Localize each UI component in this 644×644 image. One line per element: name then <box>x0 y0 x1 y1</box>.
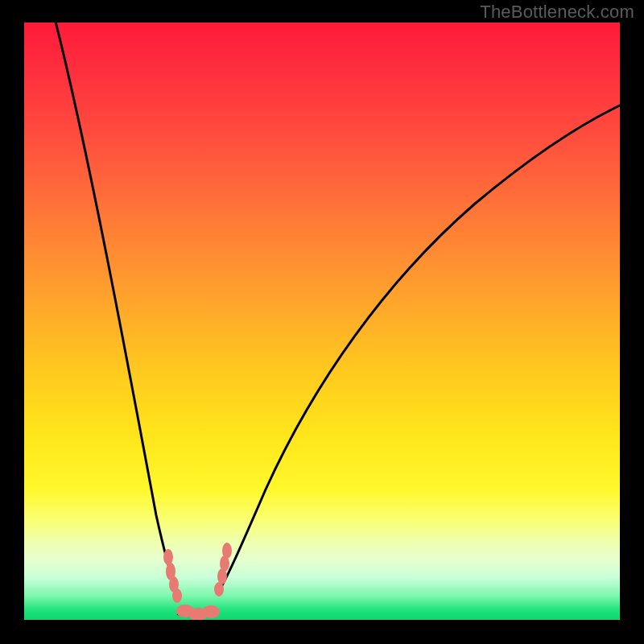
bottleneck-curve <box>24 23 620 620</box>
svg-point-6 <box>217 568 227 584</box>
watermark-text: TheBottleneck.com <box>480 2 634 23</box>
marker-valley-blob <box>176 605 220 620</box>
svg-point-10 <box>202 605 220 618</box>
chart-frame: TheBottleneck.com <box>0 0 644 644</box>
svg-point-7 <box>214 582 224 597</box>
curve-right-branch <box>217 105 620 594</box>
marker-cluster-left <box>163 549 182 603</box>
svg-point-0 <box>163 549 173 565</box>
svg-point-3 <box>172 588 182 603</box>
plot-area <box>24 23 620 620</box>
curve-left-branch <box>55 23 177 592</box>
